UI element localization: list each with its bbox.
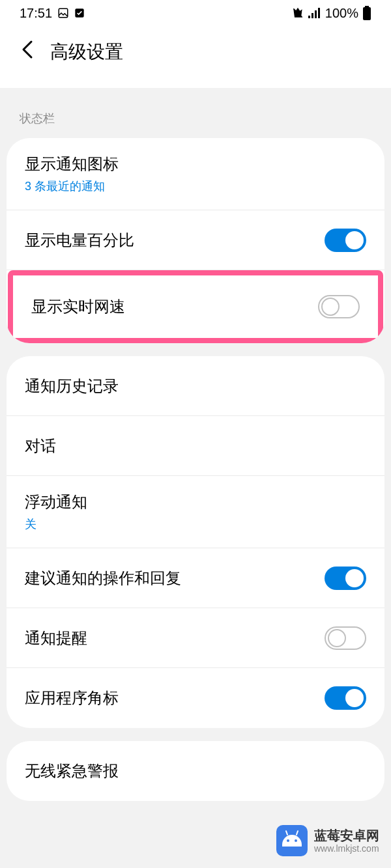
- row-title: 应用程序角标: [25, 688, 119, 708]
- android-icon: [276, 825, 308, 856]
- image-icon: [57, 7, 69, 19]
- toggle-knob: [345, 231, 364, 249]
- status-right: 100%: [291, 6, 371, 21]
- status-bar: 17:51 100%: [0, 0, 391, 26]
- status-time: 17:51: [20, 6, 52, 21]
- toggle-suggest-actions[interactable]: [325, 567, 366, 590]
- svg-rect-4: [311, 13, 313, 18]
- svg-rect-8: [363, 7, 371, 20]
- svg-rect-3: [308, 16, 310, 18]
- highlight-box: 显示实时网速: [8, 270, 383, 343]
- battery-icon: [362, 6, 371, 20]
- row-title: 显示实时网速: [31, 296, 125, 317]
- row-notification-history[interactable]: 通知历史记录: [7, 356, 384, 416]
- toggle-knob: [321, 298, 340, 316]
- svg-rect-6: [318, 8, 320, 18]
- check-icon: [74, 8, 85, 18]
- toggle-knob: [328, 629, 346, 647]
- row-title: 显示通知图标: [25, 154, 119, 175]
- svg-rect-5: [315, 10, 317, 18]
- row-app-badge[interactable]: 应用程序角标: [7, 668, 384, 728]
- toggle-battery-percent[interactable]: [325, 229, 366, 252]
- page-title: 高级设置: [50, 40, 123, 64]
- back-icon[interactable]: [20, 39, 34, 65]
- card-statusbar: 显示通知图标 3 条最近的通知 显示电量百分比 显示实时网速: [7, 138, 384, 343]
- row-conversations[interactable]: 对话: [7, 416, 384, 476]
- row-title: 通知提醒: [25, 628, 87, 649]
- svg-rect-7: [365, 6, 369, 7]
- row-title: 浮动通知: [25, 492, 87, 512]
- section-label-statusbar: 状态栏: [0, 88, 391, 138]
- row-suggest-actions[interactable]: 建议通知的操作和回复: [7, 548, 384, 608]
- card-emergency: 无线紧急警报: [7, 741, 384, 801]
- row-title: 显示电量百分比: [25, 230, 134, 251]
- toggle-network-speed[interactable]: [318, 295, 360, 318]
- row-title: 通知历史记录: [25, 376, 119, 397]
- toggle-notification-reminder[interactable]: [325, 626, 366, 650]
- row-subtitle: 3 条最近的通知: [25, 178, 105, 194]
- row-title: 无线紧急警报: [25, 761, 119, 781]
- battery-percent: 100%: [325, 6, 358, 21]
- row-title: 对话: [25, 436, 56, 456]
- row-show-battery-percent[interactable]: 显示电量百分比: [7, 210, 384, 270]
- header: 高级设置: [0, 26, 391, 88]
- status-left: 17:51: [20, 6, 85, 21]
- row-show-network-speed[interactable]: 显示实时网速: [13, 275, 378, 338]
- watermark: 蓝莓安卓网 www.lmkjst.com: [276, 825, 379, 856]
- toggle-knob: [345, 689, 364, 707]
- row-main: 浮动通知 关: [25, 492, 87, 532]
- watermark-line2: www.lmkjst.com: [314, 843, 379, 854]
- card-notifications: 通知历史记录 对话 浮动通知 关 建议通知的操作和回复 通知提醒 应用程序角标: [7, 356, 384, 728]
- vibrate-icon: [291, 7, 304, 20]
- row-notification-reminder[interactable]: 通知提醒: [7, 608, 384, 668]
- watermark-text: 蓝莓安卓网 www.lmkjst.com: [314, 828, 379, 854]
- toggle-knob: [345, 569, 364, 587]
- watermark-line1: 蓝莓安卓网: [314, 828, 379, 843]
- toggle-app-badge[interactable]: [325, 686, 366, 710]
- row-show-notification-icons[interactable]: 显示通知图标 3 条最近的通知: [7, 138, 384, 210]
- row-floating-notifications[interactable]: 浮动通知 关: [7, 476, 384, 548]
- row-emergency-alerts[interactable]: 无线紧急警报: [7, 741, 384, 801]
- row-title: 建议通知的操作和回复: [25, 568, 181, 589]
- row-subtitle: 关: [25, 516, 87, 532]
- signal-icon: [308, 8, 321, 18]
- svg-rect-0: [59, 8, 68, 18]
